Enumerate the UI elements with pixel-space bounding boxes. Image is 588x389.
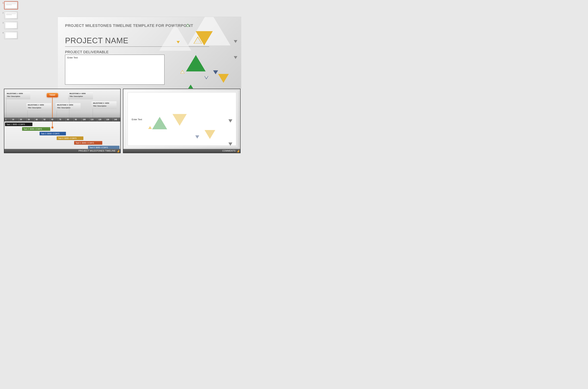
timeline-panel[interactable]: MILESTONE 1 • 00/00 Title / Description … [4, 89, 121, 153]
timeline-axis: 1 10 20 30 40 50 60 70 80 90 100 110 120… [4, 118, 120, 122]
axis-tick: 90 [74, 118, 82, 122]
comments-panel[interactable]: Enter Text COMMENTS [123, 89, 241, 153]
milestone-desc: Title / Description [93, 105, 115, 107]
timeline-caption: PROJECT MILESTONES TIMELINE [4, 149, 120, 153]
thumb-number: 1 [1, 1, 3, 4]
milestone-card-4[interactable]: MILESTONE 4 • 00/00 Title / Description [68, 92, 93, 99]
axis-tick: 60 [50, 118, 58, 122]
task-bar-6[interactable]: Task 6: 00/00 • 0 DAYS [88, 146, 119, 149]
axis-tick: 10 [11, 118, 19, 122]
main-slide-canvas[interactable]: PROJECT MILESTONES TIMELINE TEMPLATE FOR… [58, 17, 241, 89]
axis-tick: 50 [42, 118, 50, 122]
today-stem [52, 97, 53, 128]
axis-tick: 140 [113, 118, 121, 122]
milestone-card-3[interactable]: MILESTONE 3 • 00/00 Title / Description [56, 103, 80, 111]
slide-thumbnail-4[interactable]: 4 [1, 31, 21, 39]
axis-tick: 110 [89, 118, 97, 122]
thumb-number: 3 [1, 21, 3, 24]
project-name[interactable]: PROJECT NAME [65, 36, 129, 45]
milestone-desc: Title / Description [57, 107, 79, 109]
milestone-title: MILESTONE 2 • 00/00 [28, 104, 50, 106]
task-bar-4[interactable]: Task 4: 00/00 • 0 DAYS [57, 136, 83, 140]
slide-thumbnail-3[interactable]: 3 [1, 21, 21, 29]
thumb-number: 2 [1, 11, 3, 14]
deliverable-textbox[interactable]: Enter Text [65, 55, 165, 85]
milestone-card-5[interactable]: MILESTONE 5 • 00/00 Title / Description [92, 101, 116, 109]
task-bar-5[interactable]: Task 5: 00/00 • 0 DAYS [74, 141, 102, 145]
milestone-stem [93, 109, 93, 118]
deliverable-label: PROJECT DELIVERABLE [65, 50, 109, 54]
axis-tick: 1 [4, 118, 11, 122]
axis-tick: 80 [66, 118, 74, 122]
milestone-desc: Title / Description [7, 96, 29, 97]
milestone-title: MILESTONE 1 • 00/00 [7, 93, 29, 95]
today-marker[interactable]: TODAY [47, 93, 58, 97]
axis-tick: 40 [35, 118, 42, 122]
axis-tick: 120 [97, 118, 105, 122]
milestone-card-2[interactable]: MILESTONE 2 • 00/00 Title / Description [26, 103, 51, 111]
thumb-number: 4 [1, 31, 3, 34]
axis-tick: 100 [82, 118, 89, 122]
slide-thumbnail-strip: 1 2 3 4 [0, 0, 21, 41]
milestone-desc: Title / Description [69, 96, 92, 97]
comments-caption: COMMENTS [123, 149, 240, 153]
milestone-title: MILESTONE 5 • 00/00 [93, 102, 115, 104]
task-bar-2[interactable]: Task 2: 00/00 • 0 DAYS [22, 127, 50, 131]
task-bar-3[interactable]: Task 3: 00/00 • 0 DAYS [39, 132, 66, 135]
milestone-desc: Title / Description [28, 107, 50, 109]
milestone-stem [57, 111, 57, 118]
milestone-card-1[interactable]: MILESTONE 1 • 00/00 Title / Description [5, 92, 30, 99]
milestone-stem [6, 99, 6, 117]
task-bar-1[interactable]: Task 1: 00/00 • 0 DAYS [5, 123, 33, 126]
axis-tick: 30 [27, 118, 35, 122]
axis-tick: 70 [58, 118, 66, 122]
axis-tick: 20 [19, 118, 27, 122]
axis-tick: 130 [105, 118, 113, 122]
title-divider [65, 46, 209, 47]
milestone-title: MILESTONE 3 • 00/00 [57, 104, 79, 106]
milestone-title: MILESTONE 4 • 00/00 [69, 93, 92, 95]
slide-thumbnail-1[interactable]: 1 [1, 1, 21, 9]
template-header: PROJECT MILESTONES TIMELINE TEMPLATE FOR… [65, 23, 193, 28]
comments-textbox[interactable]: Enter Text [128, 92, 236, 146]
slide-thumbnail-2[interactable]: 2 [1, 11, 21, 19]
